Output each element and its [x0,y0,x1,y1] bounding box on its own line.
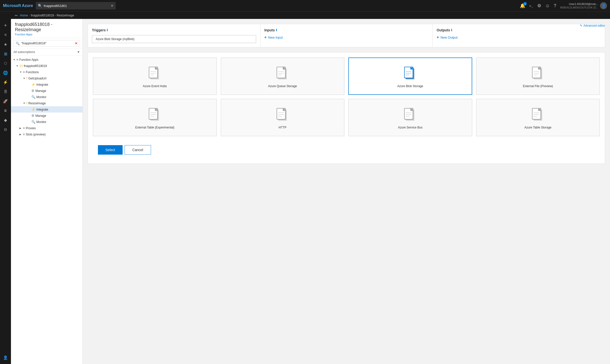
user-avatar[interactable]: 👤 [600,2,607,9]
sidebar-icon-diamond[interactable]: ◆ [1,116,10,124]
new-output-button[interactable]: + New Output [437,35,601,40]
topbar-search-input[interactable] [44,4,109,8]
output-tile-azure-table-storage[interactable]: Azure Table Storage [476,99,600,136]
tree-resizeimage-icon: f [26,101,27,105]
sidebar-icon-dashboard[interactable]: ⊞ [1,49,10,58]
output-tile-external-table[interactable]: External Table (Experimental) [93,99,217,136]
tree-resizeimage-integrate[interactable]: ⚡ Integrate [11,106,82,113]
trigger-item[interactable]: Azure Blob Storage (myBlob) [92,35,256,43]
sidebar-icon-bolt[interactable]: ⚡ [1,78,10,87]
sidebar-icon-create[interactable]: + [1,21,10,30]
integrate-body: Triggers ℹ Azure Blob Storage (myBlob) I… [83,19,610,169]
tree-proxies[interactable]: ▶ ≡ Proxies [11,125,82,131]
outputs-info-icon[interactable]: ℹ [451,28,452,32]
search-box[interactable]: 🔍 ✕ [13,40,80,47]
tree-functions-arrow: ▼ [19,71,23,73]
notification-badge: 1 [523,2,527,5]
user-info[interactable]: User1-6518018@msb... MSBUILDLABS01OUTLOO… [560,2,607,9]
tree-app-node[interactable]: ▼ ⟨/⟩ fnapplod6518018 [11,63,82,69]
output-grid: Azure Event Hubs Azure Queue Storage [93,58,600,136]
new-input-plus-icon: + [264,35,267,40]
left-panel-header: fnapplod6518018 - ResizeImage Function A… [11,19,82,38]
tree-manage-gear-icon: ⚙ [31,89,34,93]
inputs-info-icon[interactable]: ℹ [276,28,277,32]
tile-label-azure-blob-storage: Azure Blob Storage [397,84,423,88]
tile-label-azure-table-storage: Azure Table Storage [524,126,551,129]
tree-integrate-bolt-icon: ⚡ [31,83,35,86]
new-output-label: New Output [441,36,458,39]
tree-resizeimage-manage-label: Manage [35,114,46,118]
subscriptions-label: All subscriptions [13,50,35,54]
settings-button[interactable]: ⚙ [537,3,541,8]
tile-label-external-file: External File (Preview) [523,84,553,88]
tree-resizeimage-monitor[interactable]: 🔍 Monitor [11,119,82,125]
feedback-button[interactable]: ☺ [545,3,550,8]
tree-getuploadurl-integrate-label: Integrate [36,83,48,86]
cancel-button[interactable]: Cancel [125,145,151,155]
tree-function-apps[interactable]: ▼ ≡ Function Apps [11,57,82,63]
new-output-plus-icon: + [437,35,439,40]
tree-resizeimage-monitor-icon: 🔍 [31,120,35,124]
tile-icon-external-file [532,66,544,81]
output-selector: Azure Event Hubs Azure Queue Storage [88,52,605,164]
tree-getuploadurl-arrow: ▼ [23,77,26,80]
tree-app-label: fnapplod6518018 [24,64,47,68]
output-tile-azure-event-hubs[interactable]: Azure Event Hubs [93,58,217,95]
tile-icon-azure-blob-storage [404,66,416,81]
sidebar-icon-star[interactable]: ★ [1,40,10,49]
tree-getuploadurl[interactable]: ▼ f GetUploadUrl [11,75,82,81]
tree-proxies-label: Proxies [26,126,36,130]
output-tile-http[interactable]: HTTP [221,99,345,136]
advanced-editor-link[interactable]: ✎ Advanced editor [580,24,605,27]
triggers-info-icon[interactable]: ℹ [107,28,108,32]
subscriptions-row[interactable]: All subscriptions ▼ [11,49,82,56]
tree-resizeimage[interactable]: ▼ f ResizeImage [11,100,82,106]
sidebar-icon-resources[interactable]: ⬡ [1,59,10,68]
icon-sidebar: + ≡ ★ ⊞ ⬡ 🌐 ⚡ 🗄 🚀 🖥 ◆ ⊟ 👤 [0,19,11,364]
tree-slots[interactable]: ▶ ≡ Slots (preview) [11,131,82,137]
output-tile-azure-blob-storage[interactable]: Azure Blob Storage [348,58,472,95]
help-button[interactable]: ? [554,3,556,8]
main-layout: + ≡ ★ ⊞ ⬡ 🌐 ⚡ 🗄 🚀 🖥 ◆ ⊟ 👤 fnapplod651801… [0,19,610,364]
tile-icon-external-table [149,108,161,123]
sidebar-icon-db[interactable]: 🗄 [1,87,10,96]
tree-proxies-arrow: ▶ [19,127,23,129]
sidebar-icon-layers[interactable]: ⊟ [1,125,10,134]
sidebar-icon-rocket[interactable]: 🚀 [1,97,10,106]
new-input-label: New Input [268,36,283,39]
tree-getuploadurl-integrate[interactable]: ⚡ Integrate [11,81,82,88]
tree-getuploadurl-manage[interactable]: ⚙ Manage [11,88,82,94]
inputs-header: Inputs ℹ [264,28,429,32]
outputs-header: Outputs ℹ [437,28,601,32]
output-tile-azure-queue-storage[interactable]: Azure Queue Storage [221,58,345,95]
new-input-button[interactable]: + New Input [264,35,429,40]
search-clear-icon[interactable]: ✕ [75,41,78,45]
sidebar-icon-person[interactable]: 👤 [1,353,10,362]
topbar-search-clear-icon[interactable]: ✕ [111,4,114,8]
tree-functions[interactable]: ▼ ≡ Functions [11,69,82,75]
sidebar-icon-globe[interactable]: 🌐 [1,68,10,77]
tile-label-azure-event-hubs: Azure Event Hubs [143,84,167,88]
output-tile-azure-service-bus[interactable]: Azure Service Bus [348,99,472,136]
tree-resizeimage-manage[interactable]: ⚙ Manage [11,113,82,119]
tile-icon-azure-queue-storage [276,66,289,81]
sidebar-icon-menu[interactable]: ≡ [1,30,10,39]
cloud-shell-button[interactable]: >_ [529,4,533,8]
inputs-label: Inputs [264,28,275,32]
topbar-search-box[interactable]: 🔍 ✕ [36,2,116,9]
notifications-button[interactable]: 🔔 1 [520,3,525,8]
left-panel-search: 🔍 ✕ [11,38,82,49]
breadcrumb-home[interactable]: Home [20,14,28,17]
topbar: Microsoft Azure 🔍 ✕ 🔔 1 >_ ⚙ ☺ ? User1-6… [0,0,610,11]
tree-resizeimage-integrate-bolt-icon: ⚡ [31,108,35,111]
breadcrumb-sep: › [29,14,30,17]
sidebar-icon-screen[interactable]: 🖥 [1,106,10,115]
breadcrumb-current: fnapplod6518018 - ResizeImage [31,14,74,17]
select-button[interactable]: Select [98,145,123,155]
output-tile-external-file[interactable]: External File (Preview) [476,58,600,95]
tree-resizeimage-manage-gear-icon: ⚙ [31,114,34,118]
tree-app-icon: ⟨/⟩ [19,64,23,68]
left-panel-search-input[interactable] [21,42,73,45]
tree-getuploadurl-monitor[interactable]: 🔍 Monitor [11,94,82,100]
advanced-editor-icon: ✎ [580,24,582,27]
